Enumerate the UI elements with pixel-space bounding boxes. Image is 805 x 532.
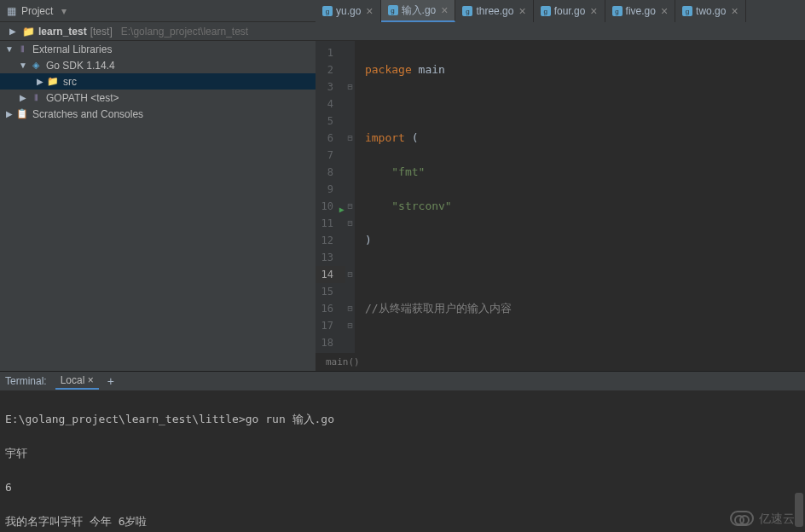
go-file-icon: g — [612, 6, 623, 16]
line-number: 7 — [316, 147, 345, 164]
code-content[interactable]: package main import ( "fmt" "strconv" ) … — [355, 41, 805, 353]
scratches-icon: 📋 — [15, 108, 29, 119]
watermark: 亿速云 — [730, 510, 795, 527]
fold-end-icon[interactable]: ⊟ — [345, 266, 355, 283]
go-file-icon: g — [388, 5, 398, 15]
terminal-output[interactable]: E:\golang_project\learn_test\little>go r… — [0, 390, 805, 532]
scrollbar[interactable] — [795, 493, 803, 527]
project-label[interactable]: Project — [21, 5, 53, 17]
line-number: 11 — [316, 215, 345, 232]
project-icon: ▦ — [7, 5, 16, 17]
go-sdk-icon: ◈ — [29, 60, 43, 71]
library-icon: ⫴ — [29, 92, 43, 103]
breadcrumb-tag: [test] — [90, 26, 113, 38]
breadcrumb: ▶ 📁 learn_test [test] E:\golang_project\… — [0, 22, 805, 41]
fold-icon[interactable]: ⊟ — [345, 215, 355, 232]
line-number: 9 — [316, 181, 345, 198]
line-gutter: 1 2 3 4 5 6 7 8 9 10▶ 11 12 13 14 15 16 … — [316, 41, 345, 353]
add-terminal-button[interactable]: + — [107, 374, 114, 388]
watermark-text: 亿速云 — [759, 510, 795, 527]
chevron-right-icon[interactable]: ▶ — [17, 93, 29, 102]
terminal-tab-local[interactable]: Local × — [55, 373, 99, 390]
editor[interactable]: 1 2 3 4 5 6 7 8 9 10▶ 11 12 13 14 15 16 … — [316, 41, 805, 371]
expand-arrow-icon[interactable]: ▶ — [7, 26, 19, 36]
folder-icon: 📁 — [46, 76, 60, 87]
chevron-down-icon[interactable]: ▼ — [3, 44, 15, 54]
tab-yu[interactable]: gyu.go× — [316, 0, 381, 22]
line-number: 12 — [316, 232, 345, 249]
chevron-down-icon[interactable]: ▼ — [17, 61, 29, 70]
fold-end-icon[interactable]: ⊟ — [345, 130, 355, 147]
watermark-icon — [730, 511, 754, 526]
tab-label: four.go — [554, 5, 586, 17]
tree-go-sdk[interactable]: ▼ ◈ Go SDK 1.14.4 — [0, 57, 316, 73]
fold-icon[interactable]: ⊟ — [345, 300, 355, 317]
line-number: 17 — [316, 317, 345, 334]
breadcrumb-status: main() — [316, 353, 805, 371]
tree-label: GOPATH <test> — [46, 92, 119, 104]
terminal-line: 我的名字叫宇轩 今年 6岁啦 — [5, 513, 800, 530]
fold-gutter: ⊟ ⊟ ⊟ ⊟ ⊟ ⊟ ⊟ — [345, 41, 355, 353]
go-file-icon: g — [682, 6, 692, 16]
line-number: 8 — [316, 164, 345, 181]
terminal-line: 宇轩 — [5, 445, 800, 462]
tree-label: src — [63, 76, 77, 88]
close-icon[interactable]: × — [88, 374, 94, 386]
tab-five[interactable]: gfive.go× — [605, 0, 676, 22]
editor-tabs: gyu.go× g输入.go× gthree.go× gfour.go× gfi… — [316, 0, 805, 22]
close-icon[interactable]: × — [661, 4, 668, 18]
tab-label: 输入.go — [402, 3, 437, 18]
library-icon: ⫴ — [15, 43, 29, 55]
line-number: 14 — [316, 266, 345, 283]
chevron-down-icon[interactable]: ▾ — [61, 5, 67, 17]
tree-label: Go SDK 1.14.4 — [46, 60, 115, 72]
tree-label: Scratches and Consoles — [32, 108, 143, 120]
close-icon[interactable]: × — [366, 4, 373, 18]
line-number: 18 — [316, 334, 345, 351]
terminal-line: 6 — [5, 479, 800, 496]
tree-label: External Libraries — [32, 43, 112, 55]
go-file-icon: g — [462, 6, 472, 16]
line-number: 3 — [316, 78, 345, 95]
close-icon[interactable]: × — [441, 3, 448, 17]
breadcrumb-folder[interactable]: learn_test — [38, 26, 87, 38]
line-number: 10▶ — [316, 198, 345, 215]
tab-four[interactable]: gfour.go× — [534, 0, 605, 22]
chevron-right-icon[interactable]: ▶ — [3, 109, 15, 119]
tab-input[interactable]: g输入.go× — [381, 0, 456, 22]
line-number: 13 — [316, 249, 345, 266]
close-icon[interactable]: × — [590, 4, 597, 18]
terminal-panel: Terminal: Local × + E:\golang_project\le… — [0, 371, 805, 532]
line-number: 19 — [316, 351, 345, 353]
tab-label: five.go — [626, 5, 656, 17]
tree-external-libraries[interactable]: ▼ ⫴ External Libraries — [0, 41, 316, 57]
fold-icon[interactable]: ⊟ — [345, 198, 355, 215]
line-number: 16 — [316, 300, 345, 317]
line-number: 5 — [316, 113, 345, 130]
line-number: 6 — [316, 130, 345, 147]
chevron-right-icon[interactable]: ▶ — [34, 77, 46, 86]
close-icon[interactable]: × — [731, 4, 738, 18]
tab-two[interactable]: gtwo.go× — [675, 0, 746, 22]
terminal-line: E:\golang_project\learn_test\little>go r… — [5, 411, 800, 428]
tab-three[interactable]: gthree.go× — [455, 0, 533, 22]
tree-src[interactable]: ▶ 📁 src — [0, 73, 316, 90]
line-number: 15 — [316, 283, 345, 300]
go-file-icon: g — [322, 6, 333, 16]
fold-icon[interactable]: ⊟ — [345, 317, 355, 334]
project-tree[interactable]: ▼ ⫴ External Libraries ▼ ◈ Go SDK 1.14.4… — [0, 41, 316, 371]
terminal-title: Terminal: — [5, 375, 47, 387]
terminal-header: Terminal: Local × + — [0, 372, 805, 390]
line-number: 1 — [316, 44, 345, 61]
line-number: 4 — [316, 95, 345, 113]
tree-gopath[interactable]: ▶ ⫴ GOPATH <test> — [0, 90, 316, 106]
breadcrumb-path: E:\golang_project\learn_test — [121, 26, 248, 38]
folder-icon: 📁 — [22, 26, 35, 38]
tree-scratches[interactable]: ▶ 📋 Scratches and Consoles — [0, 106, 316, 122]
fold-icon[interactable]: ⊟ — [345, 78, 355, 95]
go-file-icon: g — [541, 6, 551, 16]
close-icon[interactable]: × — [518, 4, 525, 18]
tab-label: yu.go — [336, 5, 361, 17]
tab-label: three.go — [476, 5, 513, 17]
tab-label: two.go — [696, 5, 726, 17]
